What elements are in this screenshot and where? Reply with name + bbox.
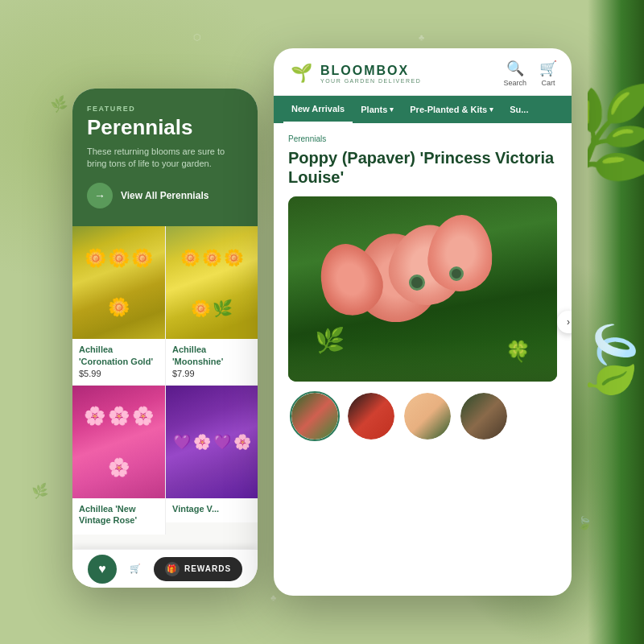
cart-icon: 🛒 <box>539 60 557 77</box>
flower-name-1: Achillea 'Coronation Gold' <box>79 344 159 367</box>
flower-cell-3[interactable]: 🌸🌸 🌸🌸 Achillea 'New Vintage Rose' <box>72 385 165 535</box>
right-phone: 🌱 BLOOMBOX YOUR GARDEN DELIVERED 🔍 Searc… <box>274 48 572 596</box>
nav-chevron-pre-planted: ▾ <box>489 105 493 114</box>
view-all-button[interactable]: → View All Perennials <box>87 183 243 208</box>
thumb-inner-4 <box>460 393 507 440</box>
logo-text-group: BLOOMBOX YOUR GARDEN DELIVERED <box>320 64 421 84</box>
left-phone: FEATURED Perennials These returning bloo… <box>72 89 258 588</box>
featured-banner: FEATURED Perennials These returning bloo… <box>72 89 258 226</box>
thumb-inner-1 <box>291 393 338 440</box>
thumb-inner-3 <box>404 393 451 440</box>
search-icon: 🔍 <box>506 60 524 77</box>
nav-label-3: Su... <box>510 105 528 114</box>
bottom-bar: ♥ 🛒 🎁 REWARDS <box>72 549 258 588</box>
product-title: Poppy (Papaver) 'Princess Victoria Louis… <box>288 148 557 187</box>
search-button[interactable]: 🔍 Search <box>503 60 526 87</box>
nav-label-2: Pre-Planted & Kits <box>410 105 487 114</box>
flower-cell-4[interactable]: 💜🌸 💜🌸 Vintage V... <box>165 385 258 535</box>
flower-name-2: Achillea 'Moonshine' <box>172 344 251 367</box>
nav-item-more[interactable]: Su... <box>502 97 536 122</box>
nav-item-pre-planted[interactable]: Pre-Planted & Kits ▾ <box>402 97 502 122</box>
flower-cell-2[interactable]: 🌼🌼 🌼🌼 🌿 Achillea 'Moonshine' $7.99 <box>165 226 258 385</box>
featured-description: These returning blooms are sure to bring… <box>87 146 243 171</box>
main-nav: New Arrivals Plants ▾ Pre-Planted & Kits… <box>274 96 572 123</box>
phones-container: FEATURED Perennials These returning bloo… <box>0 0 644 644</box>
thumbnail-2[interactable] <box>346 391 396 441</box>
nav-label-1: Plants <box>361 105 387 114</box>
cart-label-left: 🛒 <box>130 564 141 574</box>
bloombox-logo-icon: 🌱 <box>288 60 314 86</box>
wishlist-button[interactable]: ♥ <box>88 555 117 584</box>
featured-label: FEATURED <box>87 105 243 113</box>
nav-item-plants[interactable]: Plants ▾ <box>353 97 402 122</box>
brand-tagline: YOUR GARDEN DELIVERED <box>320 78 421 84</box>
nav-label-0: New Arrivals <box>291 104 345 114</box>
thumbnail-4[interactable] <box>459 391 509 441</box>
flower-grid: 🌼🌼 🌼🌼 Achillea 'Coronation Gold' $5.99 🌼… <box>72 226 258 534</box>
flower-info-2: Achillea 'Moonshine' $7.99 <box>166 339 258 385</box>
rewards-label: REWARDS <box>184 564 231 573</box>
thumbnail-strip <box>288 391 557 441</box>
thumbnail-1[interactable] <box>290 391 340 441</box>
view-all-label: View All Perennials <box>121 190 208 201</box>
view-all-arrow-icon: → <box>87 183 113 208</box>
thumbnail-3[interactable] <box>402 391 452 441</box>
flower-info-1: Achillea 'Coronation Gold' $5.99 <box>72 339 165 385</box>
cart-label: Cart <box>541 79 555 87</box>
poppy-leaf-2: 🍀 <box>506 340 530 363</box>
cart-button[interactable]: 🛒 Cart <box>539 60 557 87</box>
featured-title: Perennials <box>87 116 243 139</box>
product-main-image: 🌿 🍀 <box>288 196 557 382</box>
header-actions: 🔍 Search 🛒 Cart <box>503 60 557 87</box>
breadcrumb: Perennials <box>288 134 557 143</box>
flower-name-4: Vintage V... <box>172 503 251 514</box>
flower-price-1: $5.99 <box>79 369 159 378</box>
nav-item-new-arrivals[interactable]: New Arrivals <box>283 96 353 123</box>
product-content: Perennials Poppy (Papaver) 'Princess Vic… <box>274 123 572 452</box>
flower-info-3: Achillea 'New Vintage Rose' <box>72 498 165 535</box>
product-image-container: 🌿 🍀 <box>288 196 557 382</box>
flower-name-3: Achillea 'New Vintage Rose' <box>79 503 159 526</box>
flower-info-4: Vintage V... <box>166 498 258 522</box>
rewards-button[interactable]: 🎁 REWARDS <box>154 557 242 581</box>
search-label: Search <box>503 79 526 87</box>
rewards-icon: 🎁 <box>165 562 180 576</box>
thumb-inner-2 <box>348 393 394 440</box>
flower-price-2: $7.99 <box>172 369 251 378</box>
nav-chevron-plants: ▾ <box>390 105 394 114</box>
poppy-leaf-1: 🌿 <box>315 326 345 354</box>
bloombox-header: 🌱 BLOOMBOX YOUR GARDEN DELIVERED 🔍 Searc… <box>274 48 572 96</box>
bloombox-logo: 🌱 BLOOMBOX YOUR GARDEN DELIVERED <box>288 60 421 86</box>
brand-name: BLOOMBOX <box>320 64 421 78</box>
flower-cell-1[interactable]: 🌼🌼 🌼🌼 Achillea 'Coronation Gold' $5.99 <box>72 226 165 385</box>
poppy-center-1 <box>409 275 425 291</box>
